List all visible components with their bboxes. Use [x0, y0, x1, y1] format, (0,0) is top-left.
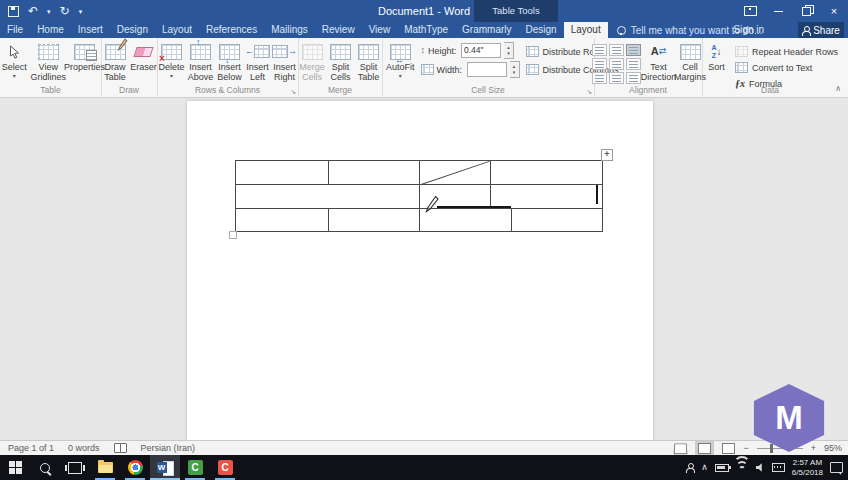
zoom-level[interactable]: 95% — [824, 443, 842, 453]
tab-view[interactable]: View — [362, 22, 398, 38]
rows-columns-dialog-launcher-icon[interactable]: ↘ — [290, 88, 296, 95]
restore-icon — [802, 7, 811, 16]
people-tray-icon[interactable] — [686, 463, 694, 472]
ribbon-group-table: Select ▾ View Gridlines Properties Table — [0, 38, 102, 96]
tray-expand-chevron-icon[interactable]: ∧ — [701, 463, 708, 472]
eraser-button[interactable]: Eraser — [131, 41, 157, 82]
split-table-icon — [358, 41, 379, 62]
drawn-vertical-line[interactable] — [596, 185, 598, 204]
zoom-in-button[interactable]: + — [811, 443, 816, 453]
align-top-center-button[interactable] — [609, 44, 624, 56]
ribbon-display-icon — [744, 6, 757, 16]
tab-design[interactable]: Design — [110, 22, 155, 38]
document-canvas[interactable]: + — [0, 97, 848, 440]
search-button[interactable] — [30, 455, 60, 480]
minimize-button[interactable] — [764, 0, 792, 22]
table-vline-col2[interactable] — [419, 160, 420, 232]
align-center-left-button[interactable] — [592, 58, 607, 70]
properties-button[interactable]: Properties — [68, 41, 101, 82]
align-bottom-right-button[interactable] — [626, 72, 641, 84]
text-direction-button[interactable]: A⇄ Text Direction — [645, 41, 672, 84]
cell-margins-button[interactable]: Cell Margins — [676, 41, 704, 84]
table-resize-handle[interactable] — [229, 231, 237, 239]
page-indicator[interactable]: Page 1 of 1 — [8, 443, 54, 453]
align-center-button[interactable] — [609, 58, 624, 70]
width-spinner[interactable]: ▴▾ — [510, 61, 520, 78]
tab-review[interactable]: Review — [315, 22, 362, 38]
width-input[interactable] — [467, 62, 507, 77]
zoom-slider-knob[interactable] — [770, 444, 773, 453]
table-vline-col3-row3[interactable] — [511, 208, 512, 231]
word-count[interactable]: 0 words — [68, 443, 100, 453]
battery-icon[interactable] — [715, 464, 729, 472]
green-c-app-button[interactable]: C — [180, 455, 210, 480]
view-gridlines-button[interactable]: View Gridlines — [31, 41, 67, 82]
align-bottom-center-button[interactable] — [609, 72, 624, 84]
align-top-left-button[interactable] — [592, 44, 607, 56]
input-method-icon[interactable] — [772, 463, 785, 472]
tab-mailings[interactable]: Mailings — [264, 22, 315, 38]
height-spinner[interactable]: ▴▾ — [504, 42, 514, 59]
insert-left-button[interactable]: ← Insert Left — [245, 41, 270, 82]
tab-layout[interactable]: Layout — [155, 22, 199, 38]
cell-size-dialog-launcher-icon[interactable]: ↘ — [586, 88, 592, 95]
draw-table-icon — [105, 41, 126, 62]
tab-references[interactable]: References — [199, 22, 264, 38]
autofit-button[interactable]: ↔ AutoFit ▾ — [386, 41, 415, 79]
sign-in-link[interactable]: Sign in — [733, 22, 764, 38]
print-layout-button[interactable] — [695, 441, 714, 456]
clock[interactable]: 2:57 AM 6/5/2018 — [792, 458, 823, 478]
sort-button[interactable]: AZ ↓ Sort — [706, 41, 727, 90]
insert-right-button[interactable]: → Insert Right — [272, 41, 297, 82]
restore-button[interactable] — [792, 0, 820, 22]
align-top-right-button[interactable] — [626, 44, 641, 56]
table-border-right[interactable] — [602, 160, 603, 232]
web-layout-button[interactable] — [722, 443, 735, 454]
split-table-button[interactable]: Split Table — [356, 41, 382, 82]
drawn-horizontal-line[interactable] — [437, 206, 511, 208]
red-c-app-button[interactable]: C — [210, 455, 240, 480]
convert-to-text-button[interactable]: Convert to Text — [735, 61, 812, 74]
word-taskbar-button[interactable]: W — [150, 455, 180, 480]
proofing-icon[interactable] — [114, 443, 127, 453]
split-cells-button[interactable]: Split Cells — [328, 41, 354, 82]
collapse-ribbon-icon[interactable]: ∧ — [835, 84, 841, 93]
wifi-icon[interactable] — [736, 463, 749, 473]
tab-table-design[interactable]: Design — [519, 22, 564, 38]
table-move-handle[interactable]: + — [601, 149, 613, 161]
language-indicator[interactable]: Persian (Iran) — [141, 443, 196, 453]
tab-grammarly[interactable]: Grammarly — [455, 22, 518, 38]
tab-table-layout-active[interactable]: Layout — [564, 22, 608, 38]
insert-right-icon: → — [272, 41, 297, 62]
height-input[interactable]: 0.44" — [461, 43, 501, 58]
tab-home[interactable]: Home — [30, 22, 71, 38]
table-vline-col1-row1[interactable] — [328, 160, 329, 184]
start-button[interactable] — [0, 455, 30, 480]
tab-insert[interactable]: Insert — [71, 22, 110, 38]
tab-mathtype[interactable]: MathType — [397, 22, 455, 38]
ribbon-display-options-button[interactable] — [736, 0, 764, 22]
insert-below-button[interactable]: ↓ Insert Below — [216, 41, 243, 82]
action-center-icon[interactable] — [830, 462, 843, 473]
chrome-button[interactable] — [120, 455, 150, 480]
read-mode-button[interactable] — [674, 443, 688, 454]
speaker-icon[interactable] — [756, 463, 765, 472]
table-vline-col3[interactable] — [490, 160, 491, 208]
table-border-left[interactable] — [235, 160, 236, 232]
share-button[interactable]: Share — [798, 22, 844, 38]
delete-button[interactable]: × Delete ▾ — [158, 41, 185, 82]
column-width-icon — [421, 64, 434, 75]
green-c-app-icon: C — [188, 460, 203, 475]
select-button[interactable]: Select ▾ — [0, 41, 29, 82]
tab-file[interactable]: File — [0, 22, 30, 38]
draw-table-button[interactable]: Draw Table — [102, 41, 129, 82]
align-center-right-button[interactable] — [626, 58, 641, 70]
document-page[interactable] — [187, 101, 653, 440]
table-vline-col1-row3[interactable] — [328, 208, 329, 231]
zoom-out-button[interactable]: − — [743, 443, 748, 453]
align-bottom-left-button[interactable] — [592, 72, 607, 84]
insert-above-button[interactable]: ↑ Insert Above — [187, 41, 214, 82]
task-view-button[interactable] — [60, 455, 90, 480]
close-button[interactable]: × — [820, 0, 848, 22]
file-explorer-button[interactable] — [90, 455, 120, 480]
